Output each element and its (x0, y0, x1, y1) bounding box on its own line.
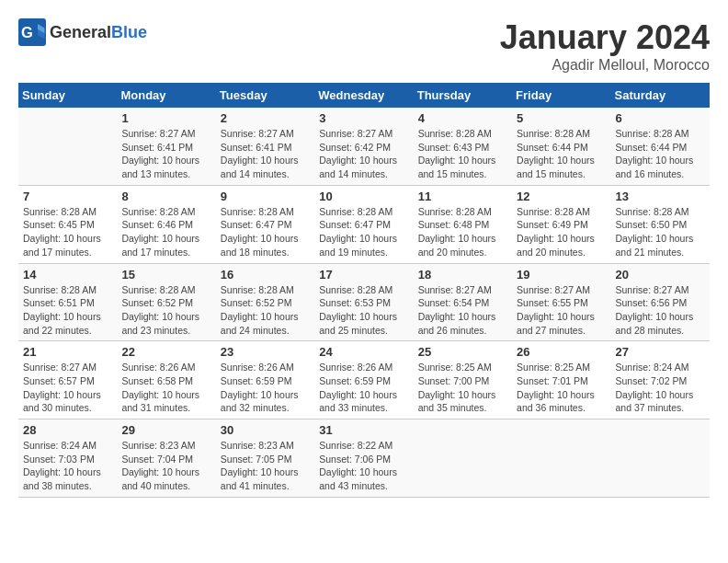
calendar-cell: 30Sunrise: 8:23 AM Sunset: 7:05 PM Dayli… (216, 419, 314, 498)
day-info: Sunrise: 8:28 AM Sunset: 6:44 PM Dayligh… (616, 127, 705, 181)
day-info: Sunrise: 8:26 AM Sunset: 6:59 PM Dayligh… (319, 361, 408, 415)
day-info: Sunrise: 8:24 AM Sunset: 7:03 PM Dayligh… (23, 439, 112, 493)
day-info: Sunrise: 8:28 AM Sunset: 6:43 PM Dayligh… (418, 127, 507, 181)
calendar-cell: 4Sunrise: 8:28 AM Sunset: 6:43 PM Daylig… (414, 108, 512, 185)
calendar-cell: 23Sunrise: 8:26 AM Sunset: 6:59 PM Dayli… (216, 341, 314, 419)
day-info: Sunrise: 8:25 AM Sunset: 7:01 PM Dayligh… (517, 361, 606, 415)
week-row-2: 7Sunrise: 8:28 AM Sunset: 6:45 PM Daylig… (18, 185, 710, 263)
weekday-header-sunday: Sunday (18, 83, 117, 108)
day-number: 8 (121, 190, 210, 203)
calendar-cell: 13Sunrise: 8:28 AM Sunset: 6:50 PM Dayli… (611, 185, 710, 263)
calendar-cell: 5Sunrise: 8:28 AM Sunset: 6:44 PM Daylig… (512, 108, 610, 185)
day-info: Sunrise: 8:26 AM Sunset: 6:58 PM Dayligh… (121, 361, 210, 415)
day-number: 9 (221, 190, 310, 203)
calendar-cell: 25Sunrise: 8:25 AM Sunset: 7:00 PM Dayli… (414, 341, 512, 419)
day-info: Sunrise: 8:23 AM Sunset: 7:05 PM Dayligh… (221, 439, 310, 493)
day-number: 14 (23, 268, 112, 282)
calendar-cell: 28Sunrise: 8:24 AM Sunset: 7:03 PM Dayli… (18, 419, 117, 498)
calendar-cell: 27Sunrise: 8:24 AM Sunset: 7:02 PM Dayli… (611, 341, 710, 419)
day-number: 3 (319, 111, 408, 125)
day-number: 15 (121, 268, 210, 282)
day-number: 26 (517, 345, 606, 359)
calendar-cell: 8Sunrise: 8:28 AM Sunset: 6:46 PM Daylig… (117, 185, 215, 263)
day-number: 16 (221, 268, 310, 282)
day-number: 24 (319, 345, 408, 359)
day-number: 12 (517, 190, 606, 203)
week-row-1: 1Sunrise: 8:27 AM Sunset: 6:41 PM Daylig… (18, 108, 710, 185)
day-number: 23 (221, 345, 310, 359)
calendar-cell: 7Sunrise: 8:28 AM Sunset: 6:45 PM Daylig… (18, 185, 117, 263)
day-info: Sunrise: 8:27 AM Sunset: 6:41 PM Dayligh… (221, 127, 310, 181)
week-row-3: 14Sunrise: 8:28 AM Sunset: 6:51 PM Dayli… (18, 263, 710, 341)
calendar-cell: 11Sunrise: 8:28 AM Sunset: 6:48 PM Dayli… (414, 185, 512, 263)
weekday-header-row: SundayMondayTuesdayWednesdayThursdayFrid… (18, 83, 710, 108)
calendar-cell: 18Sunrise: 8:27 AM Sunset: 6:54 PM Dayli… (414, 263, 512, 341)
calendar-cell: 21Sunrise: 8:27 AM Sunset: 6:57 PM Dayli… (18, 341, 117, 419)
calendar-cell: 26Sunrise: 8:25 AM Sunset: 7:01 PM Dayli… (512, 341, 610, 419)
day-info: Sunrise: 8:28 AM Sunset: 6:52 PM Dayligh… (121, 283, 210, 338)
calendar-cell: 29Sunrise: 8:23 AM Sunset: 7:04 PM Dayli… (117, 419, 215, 498)
day-number: 13 (616, 190, 705, 203)
day-number: 19 (517, 268, 606, 282)
day-info: Sunrise: 8:28 AM Sunset: 6:50 PM Dayligh… (616, 205, 705, 259)
day-info: Sunrise: 8:28 AM Sunset: 6:47 PM Dayligh… (221, 205, 310, 259)
logo-icon: G (18, 18, 46, 46)
day-info: Sunrise: 8:28 AM Sunset: 6:44 PM Dayligh… (517, 127, 606, 181)
day-info: Sunrise: 8:28 AM Sunset: 6:46 PM Dayligh… (121, 205, 210, 259)
calendar-cell: 17Sunrise: 8:28 AM Sunset: 6:53 PM Dayli… (314, 263, 413, 341)
calendar-cell: 16Sunrise: 8:28 AM Sunset: 6:52 PM Dayli… (216, 263, 314, 341)
day-info: Sunrise: 8:28 AM Sunset: 6:52 PM Dayligh… (221, 283, 310, 338)
day-number: 29 (121, 423, 210, 437)
svg-text:G: G (21, 24, 33, 40)
calendar-table: SundayMondayTuesdayWednesdayThursdayFrid… (18, 83, 710, 498)
calendar-cell: 9Sunrise: 8:28 AM Sunset: 6:47 PM Daylig… (216, 185, 314, 263)
calendar-cell: 10Sunrise: 8:28 AM Sunset: 6:47 PM Dayli… (314, 185, 413, 263)
day-number: 4 (418, 111, 507, 125)
day-info: Sunrise: 8:28 AM Sunset: 6:51 PM Dayligh… (23, 283, 112, 338)
calendar-title: January 2024 (500, 18, 710, 57)
day-number: 27 (616, 345, 705, 359)
calendar-cell: 1Sunrise: 8:27 AM Sunset: 6:41 PM Daylig… (117, 108, 215, 185)
day-number: 11 (418, 190, 507, 203)
day-number: 2 (221, 111, 310, 125)
calendar-cell (414, 419, 512, 498)
weekday-header-saturday: Saturday (611, 83, 710, 108)
day-number: 7 (23, 190, 112, 203)
weekday-header-friday: Friday (512, 83, 610, 108)
weekday-header-wednesday: Wednesday (314, 83, 413, 108)
day-info: Sunrise: 8:27 AM Sunset: 6:57 PM Dayligh… (23, 361, 112, 415)
day-number: 21 (23, 345, 112, 359)
logo-text: GeneralBlue (50, 23, 147, 42)
day-number: 5 (517, 111, 606, 125)
day-info: Sunrise: 8:28 AM Sunset: 6:53 PM Dayligh… (319, 283, 408, 338)
calendar-cell: 2Sunrise: 8:27 AM Sunset: 6:41 PM Daylig… (216, 108, 314, 185)
day-number: 28 (23, 423, 112, 437)
calendar-cell: 24Sunrise: 8:26 AM Sunset: 6:59 PM Dayli… (314, 341, 413, 419)
calendar-cell: 22Sunrise: 8:26 AM Sunset: 6:58 PM Dayli… (117, 341, 215, 419)
calendar-cell: 3Sunrise: 8:27 AM Sunset: 6:42 PM Daylig… (314, 108, 413, 185)
day-info: Sunrise: 8:27 AM Sunset: 6:54 PM Dayligh… (418, 283, 507, 338)
page-header: G GeneralBlue January 2024 Agadir Mellou… (18, 18, 710, 74)
calendar-cell (18, 108, 117, 185)
day-info: Sunrise: 8:28 AM Sunset: 6:49 PM Dayligh… (517, 205, 606, 259)
calendar-cell: 14Sunrise: 8:28 AM Sunset: 6:51 PM Dayli… (18, 263, 117, 341)
week-row-5: 28Sunrise: 8:24 AM Sunset: 7:03 PM Dayli… (18, 419, 710, 498)
day-number: 17 (319, 268, 408, 282)
calendar-cell: 19Sunrise: 8:27 AM Sunset: 6:55 PM Dayli… (512, 263, 610, 341)
calendar-cell: 20Sunrise: 8:27 AM Sunset: 6:56 PM Dayli… (611, 263, 710, 341)
calendar-cell: 15Sunrise: 8:28 AM Sunset: 6:52 PM Dayli… (117, 263, 215, 341)
day-number: 10 (319, 190, 408, 203)
calendar-cell (512, 419, 610, 498)
calendar-cell (611, 419, 710, 498)
logo: G GeneralBlue (18, 18, 147, 46)
day-number: 31 (319, 423, 408, 437)
day-info: Sunrise: 8:24 AM Sunset: 7:02 PM Dayligh… (616, 361, 705, 415)
weekday-header-thursday: Thursday (414, 83, 512, 108)
calendar-cell: 6Sunrise: 8:28 AM Sunset: 6:44 PM Daylig… (611, 108, 710, 185)
calendar-cell: 12Sunrise: 8:28 AM Sunset: 6:49 PM Dayli… (512, 185, 610, 263)
day-number: 25 (418, 345, 507, 359)
day-info: Sunrise: 8:23 AM Sunset: 7:04 PM Dayligh… (121, 439, 210, 493)
day-info: Sunrise: 8:27 AM Sunset: 6:41 PM Dayligh… (121, 127, 210, 181)
calendar-title-area: January 2024 Agadir Melloul, Morocco (500, 18, 710, 74)
day-number: 30 (221, 423, 310, 437)
